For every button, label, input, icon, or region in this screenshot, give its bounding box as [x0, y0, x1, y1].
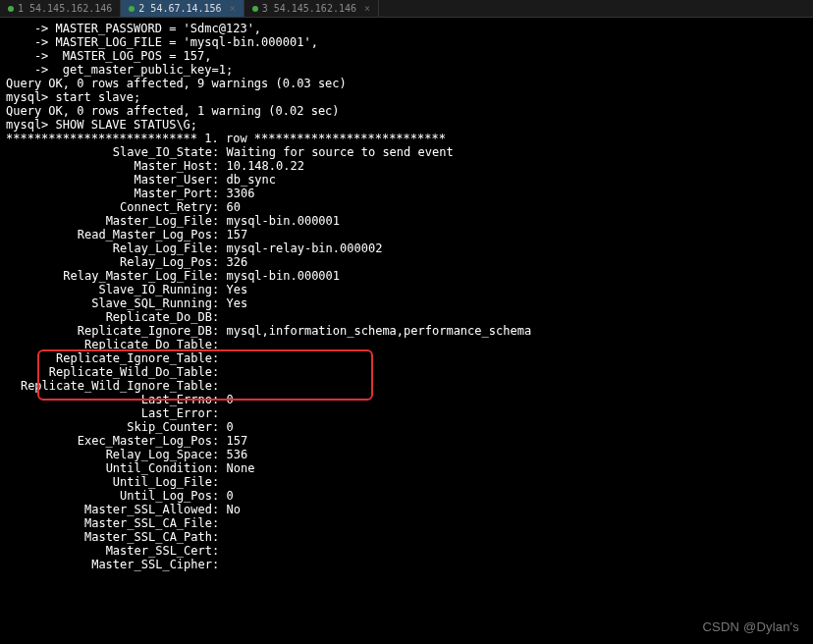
status-label: Relay_Log_File: [6, 242, 212, 255]
status-row: Connect_Retry60: [6, 200, 807, 214]
status-label: Master_SSL_Allowed: [6, 503, 212, 516]
status-row: Slave_SQL_RunningYes: [6, 296, 807, 310]
status-row: Master_Userdb_sync: [6, 173, 807, 187]
status-row: Last_Error: [6, 406, 807, 420]
separator: [212, 448, 226, 461]
status-label: Relay_Log_Pos: [6, 255, 212, 269]
separator: [212, 558, 226, 571]
status-value: mysql,information_schema,performance_sch…: [226, 324, 531, 338]
status-label: Master_SSL_CA_Path: [6, 530, 212, 544]
status-label: Master_Log_File: [6, 214, 212, 228]
separator: [212, 393, 226, 406]
terminal-line: -> MASTER_PASSWORD = 'Sdmc@123',: [6, 22, 807, 35]
status-label: Connect_Retry: [6, 200, 212, 214]
status-row: Until_Log_Pos0: [6, 489, 807, 503]
status-label: Until_Condition: [6, 461, 212, 475]
status-row: Replicate_Do_Table: [6, 338, 807, 351]
status-value: db_sync: [226, 173, 276, 187]
status-row: Relay_Log_Space536: [6, 448, 807, 461]
status-label: Replicate_Do_DB: [6, 310, 212, 324]
status-label: Master_SSL_Cert: [6, 544, 212, 558]
status-label: Exec_Master_Log_Pos: [6, 434, 212, 448]
terminal-line: mysql> start slave;: [6, 90, 807, 104]
status-label: Last_Errno: [6, 393, 212, 406]
terminal-line: Query OK, 0 rows affected, 1 warning (0.…: [6, 104, 807, 118]
status-row: Replicate_Ignore_DBmysql,information_sch…: [6, 324, 807, 338]
separator: [212, 269, 226, 283]
status-value: 536: [226, 448, 247, 461]
status-row: Slave_IO_StateWaiting for source to send…: [6, 145, 807, 159]
status-row: Relay_Log_Pos326: [6, 255, 807, 269]
status-value: Yes: [226, 296, 247, 310]
separator: [212, 434, 226, 448]
status-value: Waiting for source to send event: [226, 145, 453, 159]
separator: [212, 200, 226, 214]
close-icon[interactable]: ×: [364, 2, 370, 16]
separator: [212, 283, 226, 296]
status-row: Replicate_Do_DB: [6, 310, 807, 324]
separator: [212, 159, 226, 173]
status-value: 3306: [226, 187, 254, 200]
terminal-line: -> MASTER_LOG_FILE = 'mysql-bin.000001',: [6, 35, 807, 49]
separator: [212, 145, 226, 159]
status-value: 0: [226, 489, 233, 503]
status-label: Slave_IO_Running: [6, 283, 212, 296]
close-icon[interactable]: ×: [230, 2, 236, 16]
status-row: Slave_IO_RunningYes: [6, 283, 807, 296]
separator: [212, 489, 226, 503]
separator: [212, 461, 226, 475]
terminal-line: -> get_master_public_key=1;: [6, 63, 807, 77]
separator: [212, 228, 226, 242]
terminal-line: *************************** 1. row *****…: [6, 132, 807, 145]
status-row: Master_SSL_CA_Path: [6, 530, 807, 544]
separator: [212, 187, 226, 200]
status-value: 157: [226, 228, 247, 242]
status-row: Master_SSL_Cert: [6, 544, 807, 558]
status-row: Until_ConditionNone: [6, 461, 807, 475]
separator: [212, 310, 226, 324]
tab-1[interactable]: 1 54.145.162.146: [0, 0, 121, 17]
terminal-output[interactable]: -> MASTER_PASSWORD = 'Sdmc@123', -> MAST…: [0, 18, 813, 575]
status-label: Relay_Log_Space: [6, 448, 212, 461]
tab-label: 2 54.67.14.156: [138, 2, 221, 16]
separator: [212, 544, 226, 558]
status-label: Master_SSL_CA_File: [6, 516, 212, 530]
status-label: Master_User: [6, 173, 212, 187]
status-label: Replicate_Ignore_DB: [6, 324, 212, 338]
status-row: Replicate_Wild_Ignore_Table: [6, 379, 807, 393]
separator: [212, 530, 226, 544]
tab-bar: 1 54.145.162.146 2 54.67.14.156 × 3 54.1…: [0, 0, 813, 18]
tab-3[interactable]: 3 54.145.162.146 ×: [244, 0, 379, 17]
status-value: No: [226, 503, 240, 516]
status-label: Read_Master_Log_Pos: [6, 228, 212, 242]
separator: [212, 338, 226, 351]
status-label: Last_Error: [6, 406, 212, 420]
status-dot-icon: [252, 6, 258, 12]
status-value: 0: [226, 420, 233, 434]
separator: [212, 503, 226, 516]
status-row: Read_Master_Log_Pos157: [6, 228, 807, 242]
status-value: 10.148.0.22: [226, 159, 303, 173]
status-value: mysql-bin.000001: [226, 269, 340, 283]
separator: [212, 475, 226, 489]
status-label: Relay_Master_Log_File: [6, 269, 212, 283]
status-value: 326: [226, 255, 247, 269]
separator: [212, 379, 226, 393]
status-row: Relay_Log_Filemysql-relay-bin.000002: [6, 242, 807, 255]
status-row: Master_SSL_CA_File: [6, 516, 807, 530]
status-label: Replicate_Wild_Ignore_Table: [6, 379, 212, 393]
status-row: Replicate_Ignore_Table: [6, 351, 807, 365]
separator: [212, 406, 226, 420]
status-label: Master_Port: [6, 187, 212, 200]
status-row: Master_SSL_Cipher: [6, 558, 807, 571]
status-row: Replicate_Wild_Do_Table: [6, 365, 807, 379]
tab-label: 1 54.145.162.146: [18, 2, 112, 16]
separator: [212, 173, 226, 187]
terminal-line: mysql> SHOW SLAVE STATUS\G;: [6, 118, 807, 132]
status-label: Skip_Counter: [6, 420, 212, 434]
status-row: Master_Host10.148.0.22: [6, 159, 807, 173]
separator: [212, 296, 226, 310]
status-dot-icon: [129, 6, 135, 12]
status-label: Until_Log_File: [6, 475, 212, 489]
tab-2[interactable]: 2 54.67.14.156 ×: [121, 0, 244, 17]
